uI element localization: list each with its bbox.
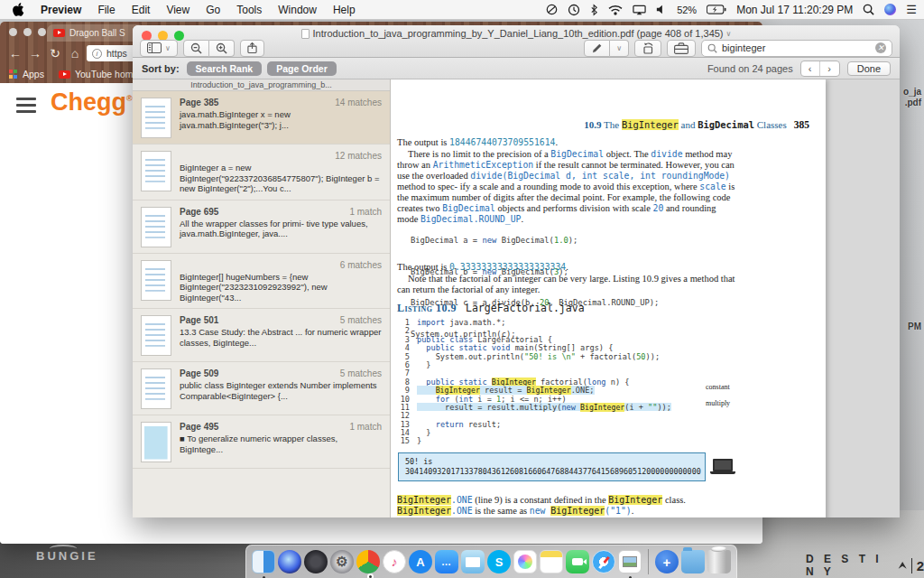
menu-go[interactable]: Go bbox=[206, 4, 220, 16]
menu-tools[interactable]: Tools bbox=[236, 4, 262, 16]
desktop-file-label-fragment[interactable]: o_ja .pdf bbox=[903, 87, 921, 108]
hamburger-menu-icon[interactable] bbox=[16, 98, 36, 117]
margin-note-constant: constant bbox=[706, 383, 730, 391]
reload-icon[interactable]: ↻ bbox=[47, 46, 63, 61]
menu-edit[interactable]: Edit bbox=[132, 4, 151, 16]
page-header: 10.9 The BigInteger and BigDecimal Class… bbox=[397, 119, 809, 130]
markup-menu-button[interactable]: ∨ bbox=[610, 40, 629, 57]
search-result-item[interactable]: 12 matches BigInteger a = new BigInteger… bbox=[133, 144, 390, 200]
itunes-icon[interactable]: ♪ bbox=[383, 550, 406, 573]
launchpad-icon[interactable] bbox=[304, 550, 328, 573]
found-count-label: Found on 24 pages bbox=[707, 63, 793, 74]
chrome-close-button[interactable] bbox=[9, 28, 17, 36]
zoom-out-button[interactable] bbox=[183, 40, 209, 57]
search-results-sidebar: Introduction_to_java_programming_b... Pa… bbox=[133, 79, 391, 517]
siri-menu-icon[interactable] bbox=[884, 4, 896, 15]
apple-menu-icon[interactable] bbox=[13, 3, 24, 16]
rotate-button[interactable] bbox=[634, 40, 661, 57]
search-result-item[interactable]: Page 6951 match All the wrapper classes … bbox=[133, 200, 390, 254]
search-field[interactable]: biginteger ✕ bbox=[701, 40, 892, 57]
pdf-page: 10.9 The BigInteger and BigDecimal Class… bbox=[391, 79, 826, 517]
toolbox-icon bbox=[674, 42, 688, 54]
notes-icon[interactable] bbox=[540, 550, 563, 573]
menu-help[interactable]: Help bbox=[333, 4, 356, 16]
system-preferences-icon[interactable]: ⚙ bbox=[330, 550, 354, 573]
mail-icon[interactable] bbox=[461, 550, 485, 573]
menu-bar: Preview File Edit View Go Tools Window H… bbox=[0, 0, 924, 20]
share-button[interactable] bbox=[240, 40, 264, 57]
airplay-display-icon[interactable] bbox=[633, 5, 646, 15]
margin-note-multiply: multiply bbox=[706, 399, 730, 407]
blue-app-icon[interactable]: + bbox=[655, 550, 679, 573]
menu-window[interactable]: Window bbox=[278, 4, 317, 16]
pdf-doc-icon bbox=[301, 29, 310, 39]
search-result-item[interactable]: 6 matches BigInteger[] hugeNumbers = {ne… bbox=[133, 254, 390, 310]
back-icon[interactable]: ← bbox=[7, 46, 23, 61]
rotate-left-icon bbox=[642, 42, 654, 54]
finder-icon[interactable] bbox=[252, 550, 275, 573]
skype-icon[interactable]: S bbox=[487, 550, 511, 573]
menu-clock[interactable]: Mon Jul 17 11:20:29 PM bbox=[736, 4, 853, 16]
menu-app-name[interactable]: Preview bbox=[41, 4, 81, 16]
screen: BUNGIE D E S T I N Y 2 o_ja .pdf PM Drag… bbox=[0, 0, 924, 578]
wifi-icon[interactable] bbox=[608, 5, 623, 15]
status-sphere-icon[interactable] bbox=[546, 4, 558, 15]
siri-icon[interactable] bbox=[278, 550, 301, 573]
preview-window[interactable]: Introduction_to_java_programming_by_Y_Da… bbox=[133, 25, 900, 517]
bluetooth-icon[interactable] bbox=[590, 4, 598, 16]
sort-search-rank-button[interactable]: Search Rank bbox=[187, 61, 263, 76]
clear-search-icon[interactable]: ✕ bbox=[875, 42, 886, 53]
page-thumbnail bbox=[141, 422, 171, 462]
done-button[interactable]: Done bbox=[847, 61, 891, 76]
bookmark-apps[interactable]: Apps bbox=[9, 69, 44, 79]
battery-charging-icon bbox=[707, 5, 726, 14]
preview-titlebar[interactable]: Introduction_to_java_programming_by_Y_Da… bbox=[133, 25, 900, 58]
menu-file[interactable]: File bbox=[97, 4, 115, 16]
apps-grid-icon bbox=[9, 70, 18, 79]
zoom-in-button[interactable] bbox=[209, 40, 235, 57]
pdf-viewer-area[interactable]: 10.9 The BigInteger and BigDecimal Class… bbox=[391, 79, 900, 517]
markup-toolbox-button[interactable] bbox=[667, 40, 696, 57]
page-info-icon[interactable]: i bbox=[92, 49, 102, 59]
youtube-bookmark-icon bbox=[59, 70, 70, 79]
sidebar-document-tab[interactable]: Introduction_to_java_programming_b... bbox=[133, 79, 390, 91]
messages-icon[interactable]: … bbox=[435, 550, 458, 573]
preview-app-icon[interactable] bbox=[618, 550, 642, 573]
desktop-file-label-fragment-2[interactable]: PM bbox=[908, 322, 921, 332]
search-result-item[interactable]: Page 5095 matches public class BigIntege… bbox=[133, 362, 390, 415]
previous-result-button[interactable]: ‹ bbox=[801, 61, 820, 76]
menu-view[interactable]: View bbox=[166, 4, 189, 16]
app-store-icon[interactable]: A bbox=[409, 550, 432, 573]
battery-percentage: 52% bbox=[677, 5, 697, 15]
chrome-window-controls[interactable] bbox=[9, 28, 46, 36]
search-result-item[interactable]: Page 4951 match ■ To generalize numeric … bbox=[133, 415, 390, 469]
chrome-tab-title: Dragon Ball S bbox=[69, 28, 125, 38]
listing-title: Listing 10.9LargeFactorial.java bbox=[397, 302, 585, 315]
sort-page-order-button[interactable]: Page Order bbox=[267, 61, 337, 76]
home-icon[interactable]: ⌂ bbox=[67, 46, 83, 61]
spotlight-icon[interactable] bbox=[863, 4, 874, 15]
chrome-icon[interactable] bbox=[356, 550, 380, 573]
search-result-item[interactable]: Page 38514 matches java.math.BigInteger … bbox=[133, 91, 390, 144]
page-thumbnail bbox=[141, 315, 171, 356]
trash-icon[interactable] bbox=[707, 550, 731, 573]
view-menu-button[interactable]: ∨ bbox=[140, 40, 178, 57]
destiny-wallpaper-text: D E S T I N Y 2 bbox=[806, 553, 924, 578]
result-nav-buttons: ‹ › bbox=[800, 61, 840, 77]
facetime-icon[interactable] bbox=[566, 550, 589, 573]
forward-icon[interactable]: → bbox=[27, 46, 43, 61]
downloads-folder-icon[interactable] bbox=[681, 550, 705, 573]
markup-pen-button[interactable] bbox=[584, 40, 610, 57]
notification-center-icon[interactable]: ☰ bbox=[906, 3, 917, 16]
safari-icon[interactable] bbox=[592, 550, 615, 573]
chrome-zoom-button[interactable] bbox=[38, 28, 46, 36]
photos-icon[interactable] bbox=[513, 550, 537, 573]
chrome-minimize-button[interactable] bbox=[23, 28, 32, 36]
volume-icon[interactable] bbox=[656, 5, 667, 14]
search-result-item[interactable]: Page 5015 matches 13.3 Case Study: the A… bbox=[133, 309, 390, 362]
destiny-number: 2 bbox=[911, 558, 924, 573]
bookmark-youtube-home[interactable]: YouTube home bbox=[59, 69, 138, 79]
time-machine-icon[interactable] bbox=[568, 4, 580, 16]
chrome-tab-dragon-ball[interactable]: Dragon Ball S bbox=[47, 24, 144, 42]
next-result-button[interactable]: › bbox=[820, 61, 839, 76]
